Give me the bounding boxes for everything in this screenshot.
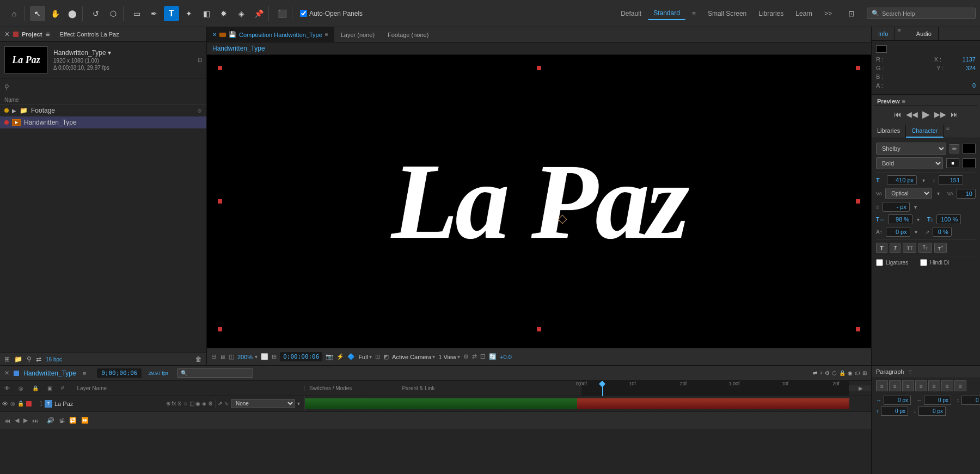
handle-mid-left[interactable]: [218, 199, 222, 204]
preserve-sw[interactable]: ◉: [195, 401, 200, 407]
zoom-tool-button[interactable]: ⬤: [65, 6, 80, 21]
layer-solo-toggle[interactable]: ◎: [10, 401, 15, 407]
tl-nav-last[interactable]: ⏭: [32, 417, 38, 424]
pen-tool-button[interactable]: ✒: [146, 6, 162, 21]
font-name-select[interactable]: Shelby: [876, 143, 946, 155]
align-left-button[interactable]: ≡: [876, 380, 888, 391]
timeline-menu-icon[interactable]: ≡: [83, 370, 86, 377]
font-stroke-swatch[interactable]: [963, 158, 976, 168]
indent-first-input[interactable]: [961, 396, 980, 405]
fit-to-comp-icon[interactable]: ⬜: [261, 353, 268, 360]
comp-flow-icon[interactable]: ⇄: [472, 353, 477, 360]
layer-flow-icon[interactable]: ⇄: [813, 370, 817, 376]
leading-input[interactable]: [939, 175, 963, 185]
region-of-interest-icon[interactable]: ⊡: [375, 353, 380, 360]
parent-dropdown-arrow[interactable]: ▾: [297, 401, 300, 407]
folder-icon[interactable]: 📁: [14, 355, 22, 363]
parent-link-icon[interactable]: ⇗: [218, 401, 222, 407]
align-right-button[interactable]: ≡: [902, 380, 914, 391]
libraries-char-tab[interactable]: Libraries: [872, 125, 906, 138]
smallcaps-style-button[interactable]: TT: [918, 243, 932, 253]
layer-visibility-toggle[interactable]: 👁: [2, 401, 8, 407]
handle-top-left[interactable]: [218, 66, 222, 70]
superscript-style-button[interactable]: T+: [934, 243, 947, 253]
char-menu-icon[interactable]: ≡: [946, 125, 949, 138]
rectangle-tool-button[interactable]: ▭: [129, 6, 144, 21]
tl-skip-icon[interactable]: ⏩: [81, 417, 89, 424]
character-tab[interactable]: Character: [906, 125, 944, 138]
tl-nav-next[interactable]: ▶: [23, 417, 28, 424]
handle-bottom-mid[interactable]: [537, 327, 541, 331]
handle-bottom-right[interactable]: [856, 327, 860, 331]
handwritten-type-item[interactable]: ▶ Handwritten_Type: [0, 116, 206, 128]
space-after-input[interactable]: [918, 407, 946, 416]
workspace-standard[interactable]: Standard: [648, 7, 685, 20]
workspace-more[interactable]: >>: [819, 8, 837, 20]
workspace-libraries[interactable]: Libraries: [753, 8, 789, 20]
layer-tab[interactable]: Layer (none): [334, 27, 381, 42]
comp-reset-icon[interactable]: ⊟: [211, 353, 216, 360]
home-button[interactable]: ⌂: [7, 6, 22, 21]
align-full-all-button[interactable]: ≡: [954, 380, 966, 391]
tsukuri-input[interactable]: [933, 227, 952, 237]
effect-sw[interactable]: fx: [172, 401, 176, 407]
info-tab[interactable]: Info: [872, 27, 895, 40]
indent-dropdown[interactable]: ▾: [914, 204, 917, 210]
ligatures-checkbox[interactable]: [876, 259, 883, 266]
tracking-type-select[interactable]: Optical: [885, 188, 931, 199]
tl-audio-icon[interactable]: 🔊: [47, 417, 54, 424]
expand-button[interactable]: ⬛: [274, 6, 290, 21]
layer-expand-icon[interactable]: ⊞: [862, 370, 867, 376]
blend-mode-sw[interactable]: ☆: [183, 401, 188, 407]
play-button[interactable]: ▶: [922, 108, 930, 120]
preview-menu-icon[interactable]: ≡: [902, 98, 905, 104]
draft-3d-icon[interactable]: ⚡: [336, 353, 344, 360]
composition-viewport[interactable]: La Paz: [207, 55, 871, 348]
motion-blur-sw[interactable]: ⊕: [166, 401, 170, 407]
camera-dropdown-arrow[interactable]: ▾: [432, 354, 435, 360]
hand-tool-button[interactable]: ✋: [47, 6, 63, 21]
footage-expand-arrow[interactable]: ▶: [12, 108, 16, 114]
project-menu-icon[interactable]: ≡: [45, 30, 50, 39]
comp-renderers-icon[interactable]: 🔄: [489, 353, 497, 360]
selection-tool-button[interactable]: ↖: [30, 6, 45, 21]
layer-solo-icon[interactable]: ◉: [848, 370, 853, 376]
skip-to-start-button[interactable]: ⏮: [894, 110, 902, 119]
flow-icon[interactable]: ⇄: [36, 355, 41, 363]
camera-orbit-button[interactable]: ⬡: [106, 6, 121, 21]
workspace-learn[interactable]: Learn: [790, 8, 818, 20]
maximize-panel-button[interactable]: ⊡: [844, 6, 859, 21]
eraser-button[interactable]: ◧: [199, 6, 214, 21]
workspace-standard-settings[interactable]: ≡: [687, 8, 701, 20]
timeline-close-icon[interactable]: ✕: [4, 370, 9, 377]
layer-label-icon[interactable]: 🏷: [855, 370, 860, 376]
timeline-collapse-icon[interactable]: ▶: [859, 385, 863, 391]
scale-h-dropdown[interactable]: ▾: [917, 217, 920, 223]
auto-open-panels-checkbox[interactable]: [300, 10, 307, 17]
roto-brush-button[interactable]: ◈: [234, 6, 249, 21]
grid-icon[interactable]: ⊞: [272, 353, 277, 360]
frame-back-button[interactable]: ◀◀: [906, 110, 918, 119]
transparency-grid-icon[interactable]: ◩: [383, 353, 389, 360]
comp-3d-icon[interactable]: ⚀: [480, 353, 486, 360]
fast-preview-icon[interactable]: 🔷: [347, 353, 355, 360]
pin-tool-button[interactable]: 📌: [251, 6, 266, 21]
indent-input[interactable]: [883, 202, 910, 212]
layer-add-icon[interactable]: +: [819, 370, 823, 376]
comp-settings-icon[interactable]: ⚙: [463, 353, 469, 360]
info-menu-icon[interactable]: ≡: [897, 27, 901, 40]
time-remap-sw[interactable]: ⧖: [177, 401, 181, 407]
comp-preview-icon[interactable]: 🖥: [219, 354, 225, 360]
clone-stamp-button[interactable]: ✦: [181, 6, 197, 21]
footage-tab[interactable]: Footage (none): [381, 27, 435, 42]
project-close-icon[interactable]: ✕: [4, 30, 10, 38]
tl-nav-first[interactable]: ⏮: [4, 417, 10, 424]
zoom-dropdown-arrow[interactable]: ▾: [255, 354, 258, 360]
puppet-pin-button[interactable]: ✸: [216, 6, 231, 21]
comp-transparency-icon[interactable]: ◫: [229, 353, 234, 360]
track-matte-sw[interactable]: ◫: [189, 401, 194, 407]
layer-lock-icon[interactable]: 🔒: [839, 370, 846, 376]
align-center-button[interactable]: ≡: [889, 380, 901, 391]
adjust-sw[interactable]: ⚙: [208, 401, 213, 407]
kerning-input[interactable]: [957, 189, 976, 199]
